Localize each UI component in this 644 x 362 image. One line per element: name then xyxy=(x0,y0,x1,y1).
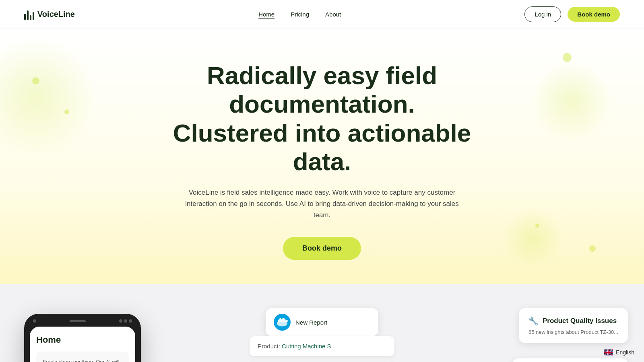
salesforce-icon xyxy=(274,314,291,331)
hero-dot-5 xyxy=(535,224,539,228)
nav-links: Home Pricing About xyxy=(258,11,341,18)
bg-circle-1 xyxy=(0,37,97,158)
phone-notch xyxy=(30,319,135,327)
navigation: VoiceLine Home Pricing About Log in Book… xyxy=(0,0,644,29)
logo-text: VoiceLine xyxy=(37,10,75,19)
phone-mockup: Home Freely share anything. Our AI will … xyxy=(24,314,141,362)
hero-headline-line2: Clustered into actionable data. xyxy=(173,119,471,175)
demo-section: Home Freely share anything. Our AI will … xyxy=(0,284,644,362)
phone-camera-dot xyxy=(33,319,36,323)
phone-btn-2 xyxy=(124,319,127,323)
nav-link-home[interactable]: Home xyxy=(258,11,275,18)
phone-speaker xyxy=(70,320,86,322)
hero-dot-3 xyxy=(563,53,572,62)
nav-actions: Log in Book demo xyxy=(524,6,620,22)
report-field-product: Product: Cutting Machine S xyxy=(250,336,394,356)
phone-text-area: Freely share anything. Our AI will summa… xyxy=(36,352,129,362)
hero-dot-4 xyxy=(589,245,596,252)
login-button[interactable]: Log in xyxy=(524,6,561,22)
logo[interactable]: VoiceLine xyxy=(24,9,75,20)
bg-circle-3 xyxy=(503,208,564,268)
insights-desc-1: 65 new insights about Product TZ-30... xyxy=(528,329,618,335)
insights-card-1: 🔧 Product Quality Issues 65 new insights… xyxy=(519,308,628,343)
insights-title-1-text: Product Quality Issues xyxy=(543,317,617,325)
insights-card-2: 🔧 New Competitor Moveme... xyxy=(512,358,628,362)
language-label: English xyxy=(616,349,634,356)
phone-btn-1 xyxy=(119,319,122,323)
book-demo-hero-button[interactable]: Book demo xyxy=(283,237,361,260)
crm-card: New Report xyxy=(266,308,378,336)
insights-card-1-title: 🔧 Product Quality Issues xyxy=(528,316,618,326)
report-fields: Product: Cutting Machine S Deal size: €5… xyxy=(250,336,394,362)
phone-camera xyxy=(33,319,36,323)
crm-label: New Report xyxy=(295,319,327,326)
hero-section: Radically easy field documentation. Clus… xyxy=(0,29,644,284)
phone-screen-title: Home xyxy=(36,335,129,345)
phone-text: Freely share anything. Our AI will summa… xyxy=(43,359,120,362)
insights-icon-1: 🔧 xyxy=(528,316,539,326)
phone-btn-3 xyxy=(129,319,132,323)
field1-label: Product: xyxy=(258,343,280,350)
svg-point-0 xyxy=(277,321,287,327)
hero-dot-1 xyxy=(32,77,39,84)
book-demo-nav-button[interactable]: Book demo xyxy=(568,7,620,22)
hero-dot-2 xyxy=(64,109,69,114)
bg-circle-2 xyxy=(531,61,612,142)
hero-headline: Radically easy field documentation. Clus… xyxy=(141,61,503,176)
logo-icon xyxy=(24,9,34,20)
phone-buttons xyxy=(119,319,132,323)
hero-headline-line1: Radically easy field documentation. xyxy=(207,62,437,118)
phone-screen: Home Freely share anything. Our AI will … xyxy=(30,327,135,362)
uk-flag-icon xyxy=(604,349,613,356)
field1-value: Cutting Machine S xyxy=(282,343,331,350)
hero-subtext: VoiceLine is field sales intelligence ma… xyxy=(181,187,463,221)
nav-link-pricing[interactable]: Pricing xyxy=(291,11,309,18)
language-selector[interactable]: English xyxy=(604,349,634,356)
nav-link-about[interactable]: About xyxy=(325,11,341,18)
